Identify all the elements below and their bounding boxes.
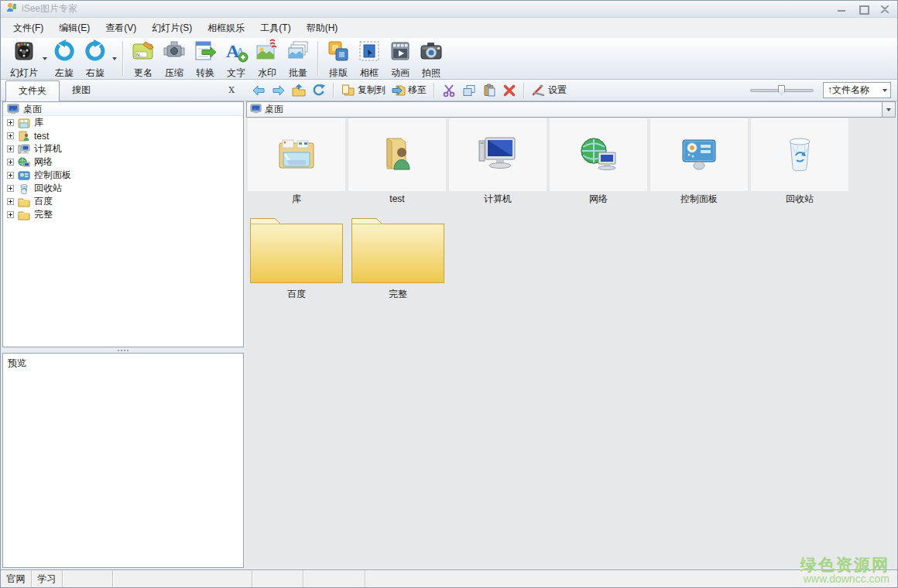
tab-folders[interactable]: 文件夹 xyxy=(5,80,60,101)
menu-help[interactable]: 帮助(H) xyxy=(299,19,346,38)
menu-bar: 文件(F) 编辑(E) 查看(V) 幻灯片(S) 相框娱乐 工具(T) 帮助(H… xyxy=(1,18,897,38)
watermark-button[interactable]: 水印 xyxy=(252,37,283,80)
expand-icon[interactable] xyxy=(7,159,14,166)
grid-item-control-panel[interactable]: 控制面板 xyxy=(650,118,748,207)
thumbnail-size-slider[interactable] xyxy=(750,83,814,98)
menu-edit[interactable]: 编辑(E) xyxy=(51,19,98,38)
tree-item-label: test xyxy=(34,131,49,142)
panel-splitter[interactable] xyxy=(2,347,244,353)
toolbar-button-label: 左旋 xyxy=(55,67,74,80)
tree-item-test[interactable]: test xyxy=(3,129,243,142)
main-toolbar: 幻灯片 左旋 右旋 N... 更名 压缩 xyxy=(1,38,897,80)
grid-item-test[interactable]: test xyxy=(348,118,446,207)
tree-item-library[interactable]: 库 xyxy=(3,116,243,129)
folder-icon xyxy=(351,214,445,286)
folder-tree-panel: 桌面 库 test xyxy=(2,101,244,347)
menu-view[interactable]: 查看(V) xyxy=(98,19,144,38)
system-items-row: 库 test xyxy=(248,118,896,207)
expand-icon[interactable] xyxy=(7,211,14,218)
network-icon xyxy=(18,157,30,168)
slideshow-button[interactable]: 幻灯片 xyxy=(7,37,41,80)
cut-button[interactable] xyxy=(439,81,459,100)
toolbar-button-label: 压缩 xyxy=(165,67,183,80)
maximize-button[interactable] xyxy=(859,5,868,13)
paste-button[interactable] xyxy=(479,81,499,100)
expand-icon[interactable] xyxy=(7,145,14,152)
grid-item-library[interactable]: 库 xyxy=(248,118,345,207)
panel-close-icon[interactable]: X xyxy=(228,85,235,95)
layout-button[interactable]: 排版 xyxy=(323,37,354,80)
tab-search[interactable]: 搜图 xyxy=(60,80,103,101)
folder-item-label: 完整 xyxy=(389,286,407,302)
status-learn[interactable]: 学习 xyxy=(32,570,63,587)
path-dropdown-button[interactable] xyxy=(882,102,895,117)
expand-icon[interactable] xyxy=(7,172,14,179)
rename-button[interactable]: N... 更名 xyxy=(128,37,159,80)
convert-button[interactable]: 转换 xyxy=(190,37,221,80)
grid-item-network[interactable]: 网络 xyxy=(550,118,647,207)
text-icon: AA xyxy=(224,39,248,66)
toolbar-button-label: 幻灯片 xyxy=(10,67,38,80)
menu-tools[interactable]: 工具(T) xyxy=(252,19,298,38)
add-text-button[interactable]: AA 文字 xyxy=(221,37,252,80)
animation-icon xyxy=(388,39,413,66)
expand-icon[interactable] xyxy=(7,198,14,205)
folder-item-baidu[interactable]: 百度 xyxy=(249,214,344,302)
tree-item-recycle-bin[interactable]: 回收站 xyxy=(3,182,243,195)
tree-item-label: 网络 xyxy=(34,156,53,169)
toolbar-button-label: 相框 xyxy=(360,67,379,80)
status-official-site[interactable]: 官网 xyxy=(1,570,32,587)
tree-item-network[interactable]: 网络 xyxy=(3,156,243,169)
status-segment xyxy=(113,570,252,587)
batch-icon xyxy=(286,39,310,66)
copy-button[interactable] xyxy=(459,81,479,100)
slideshow-dropdown-arrow[interactable] xyxy=(41,42,49,76)
refresh-button[interactable] xyxy=(309,81,329,100)
grid-item-label: 控制面板 xyxy=(680,191,718,207)
folder-item-complete[interactable]: 完整 xyxy=(351,214,445,302)
copy-to-label: 复制到 xyxy=(358,84,386,97)
grid-item-recycle-bin[interactable]: 回收站 xyxy=(751,118,848,207)
menu-file[interactable]: 文件(F) xyxy=(5,19,51,38)
window-title: iSee图片专家 xyxy=(22,2,77,15)
batch-button[interactable]: 批量 xyxy=(283,37,314,80)
animation-button[interactable]: 动画 xyxy=(385,37,416,80)
left-panel-tabstrip: 文件夹 搜图 X xyxy=(1,80,245,101)
tree-item-desktop[interactable]: 桌面 xyxy=(3,103,243,116)
delete-button[interactable] xyxy=(499,81,519,100)
menu-frame-fun[interactable]: 相框娱乐 xyxy=(200,19,252,38)
slider-thumb[interactable] xyxy=(778,85,785,96)
sort-dropdown[interactable]: ↑文件名称 xyxy=(823,82,891,98)
user-folder-icon xyxy=(379,135,415,175)
settings-label: 设置 xyxy=(548,84,567,97)
settings-button[interactable]: 设置 xyxy=(529,81,570,100)
copy-to-button[interactable]: 复制到 xyxy=(338,81,389,100)
computer-icon xyxy=(18,144,30,155)
rotate-left-button[interactable]: 左旋 xyxy=(49,37,80,80)
rotate-right-dropdown-arrow[interactable] xyxy=(111,42,118,76)
tree-item-complete[interactable]: 完整 xyxy=(3,208,243,221)
move-to-button[interactable]: 移至 xyxy=(389,81,430,100)
minimize-button[interactable] xyxy=(837,5,846,13)
menu-slideshow[interactable]: 幻灯片(S) xyxy=(144,19,200,38)
grid-item-label: 计算机 xyxy=(484,191,512,207)
forward-button[interactable] xyxy=(269,81,289,100)
tree-item-control-panel[interactable]: 控制面板 xyxy=(3,169,243,182)
compress-button[interactable]: 压缩 xyxy=(159,37,190,80)
left-column: 桌面 库 test xyxy=(1,101,245,569)
rotate-right-button[interactable]: 右旋 xyxy=(80,37,111,80)
expand-icon[interactable] xyxy=(7,132,14,139)
grid-item-computer[interactable]: 计算机 xyxy=(449,118,547,207)
back-button[interactable] xyxy=(248,81,269,100)
photo-frame-button[interactable]: 相框 xyxy=(354,37,385,80)
folder-icon xyxy=(18,197,30,207)
tree-item-baidu[interactable]: 百度 xyxy=(3,195,243,208)
expand-icon[interactable] xyxy=(7,185,14,192)
snapshot-button[interactable]: 拍照 xyxy=(416,37,447,80)
tree-item-computer[interactable]: 计算机 xyxy=(3,142,243,156)
slideshow-icon xyxy=(12,39,36,66)
expand-icon[interactable] xyxy=(7,119,14,126)
toolbar-button-label: 动画 xyxy=(391,67,410,80)
close-button[interactable] xyxy=(880,5,889,13)
folder-up-button[interactable] xyxy=(289,81,309,100)
